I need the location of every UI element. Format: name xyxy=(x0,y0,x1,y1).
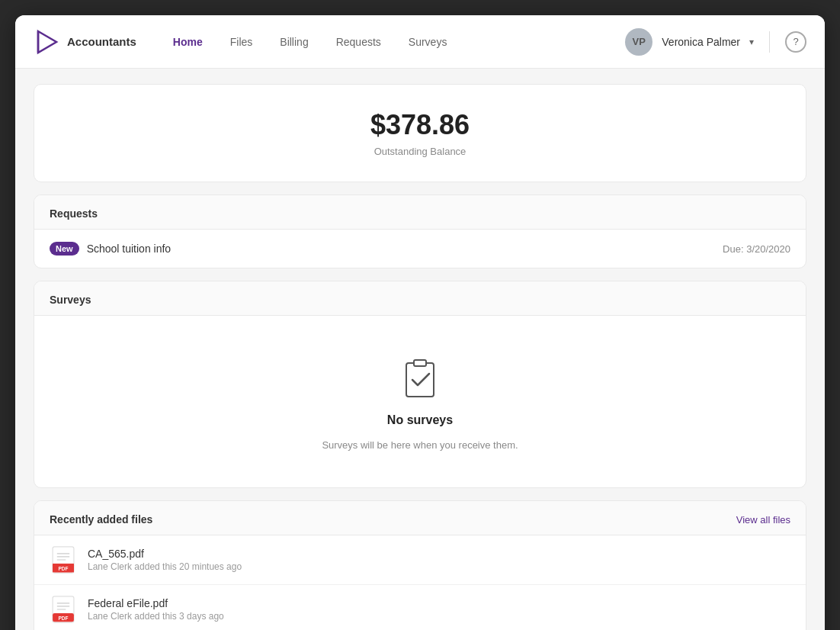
files-header: Recently added files View all files xyxy=(34,501,806,535)
app-window: Accountants Home Files Billing Requests … xyxy=(15,15,825,630)
balance-label: Outstanding Balance xyxy=(53,146,787,157)
file-info-0: CA_565.pdf Lane Clerk added this 20 mint… xyxy=(88,548,242,572)
balance-amount: $378.86 xyxy=(53,109,787,141)
view-all-files-link[interactable]: View all files xyxy=(736,514,790,526)
requests-header: Requests xyxy=(34,195,806,230)
logo-icon xyxy=(34,28,61,56)
request-due: Due: 3/20/2020 xyxy=(723,243,790,255)
svg-marker-0 xyxy=(38,31,56,53)
requests-card: Requests New School tuition info Due: 3/… xyxy=(34,194,806,268)
file-item-1[interactable]: PDF Federal eFile.pdf Lane Clerk added t… xyxy=(34,585,806,630)
main-content: $378.86 Outstanding Balance Requests New… xyxy=(15,69,825,630)
help-button[interactable]: ? xyxy=(785,31,806,53)
nav-home[interactable]: Home xyxy=(161,30,215,54)
nav-requests[interactable]: Requests xyxy=(324,30,393,54)
pdf-icon: PDF xyxy=(50,596,77,623)
file-item-0[interactable]: PDF CA_565.pdf Lane Clerk added this 20 … xyxy=(34,535,806,585)
file-name-1: Federal eFile.pdf xyxy=(88,597,224,609)
nav-billing[interactable]: Billing xyxy=(268,30,320,54)
surveys-empty-title: No surveys xyxy=(387,413,453,427)
pdf-icon: PDF xyxy=(50,546,77,574)
file-meta-0: Lane Clerk added this 20 mintues ago xyxy=(88,561,242,572)
request-left: New School tuition info xyxy=(50,242,171,256)
surveys-header: Surveys xyxy=(34,281,806,316)
files-card: Recently added files View all files PDF … xyxy=(34,500,806,630)
user-area: VP Veronica Palmer ▾ ? xyxy=(625,28,806,56)
brand-name: Accountants xyxy=(67,35,136,48)
nav-links: Home Files Billing Requests Surveys xyxy=(161,30,625,54)
balance-card: $378.86 Outstanding Balance xyxy=(34,84,806,182)
nav-files[interactable]: Files xyxy=(218,30,265,54)
avatar: VP xyxy=(625,28,652,56)
new-badge: New xyxy=(50,242,79,256)
chevron-down-icon[interactable]: ▾ xyxy=(749,37,754,47)
svg-text:PDF: PDF xyxy=(58,566,68,571)
request-title: School tuition info xyxy=(87,243,172,255)
nav-divider xyxy=(769,31,770,53)
svg-rect-3 xyxy=(414,360,426,366)
file-info-1: Federal eFile.pdf Lane Clerk added this … xyxy=(88,597,224,622)
surveys-card: Surveys No surveys Surveys will be here … xyxy=(34,281,806,488)
request-item[interactable]: New School tuition info Due: 3/20/2020 xyxy=(34,230,806,268)
file-meta-1: Lane Clerk added this 3 days ago xyxy=(88,611,224,622)
navbar: Accountants Home Files Billing Requests … xyxy=(15,15,825,69)
files-section-title: Recently added files xyxy=(50,513,152,526)
file-name-0: CA_565.pdf xyxy=(88,548,242,560)
nav-surveys[interactable]: Surveys xyxy=(396,30,460,54)
logo[interactable]: Accountants xyxy=(34,28,136,56)
surveys-empty-state: No surveys Surveys will be here when you… xyxy=(34,316,806,487)
user-name: Veronica Palmer xyxy=(662,36,740,48)
clipboard-icon xyxy=(396,352,444,401)
surveys-empty-subtitle: Surveys will be here when you receive th… xyxy=(322,439,518,451)
svg-text:PDF: PDF xyxy=(58,616,68,621)
svg-rect-2 xyxy=(406,363,434,397)
